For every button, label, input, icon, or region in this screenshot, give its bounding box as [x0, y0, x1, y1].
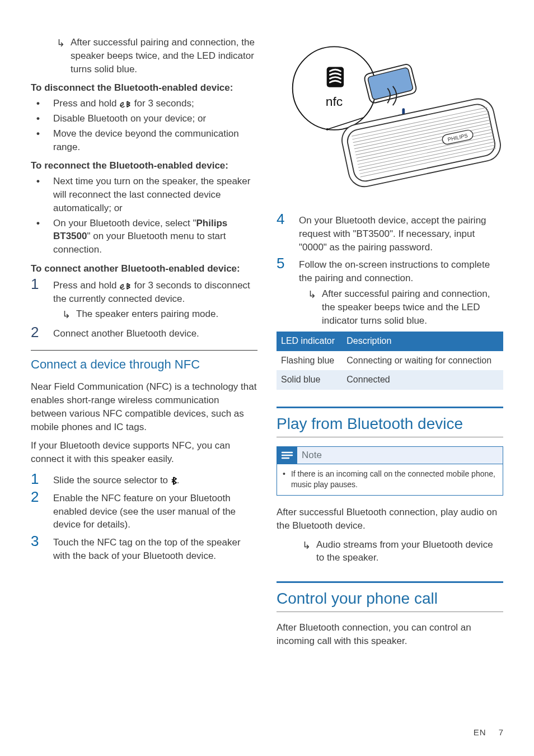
- result-arrow-icon: ↳: [57, 36, 65, 76]
- step-number: 3: [31, 534, 45, 563]
- divider: [31, 350, 257, 351]
- step-text: Enable the NFC feature on your Bluetooth…: [53, 493, 236, 530]
- step-item: 5 Follow the on-screen instructions to c…: [277, 256, 503, 327]
- table-cell: Flashing blue: [277, 351, 342, 370]
- step-text: Touch the NFC tag on the top of the spea…: [53, 537, 241, 561]
- led-indicator-table: LED indicator Description Flashing blue …: [277, 332, 503, 389]
- step-text: Connect another Bluetooth device.: [53, 328, 199, 339]
- right-column: nfc: [277, 34, 503, 654]
- step-number: 1: [31, 472, 45, 487]
- step-number: 2: [31, 489, 45, 531]
- table-cell: Solid blue: [277, 370, 342, 389]
- table-cell: Connecting or waiting for connection: [342, 351, 503, 370]
- page-language: EN: [474, 727, 486, 737]
- list-text: Disable Bluetooth on your device; or: [53, 112, 206, 125]
- step-item: 4 On your Bluetooth device, accept the p…: [277, 212, 503, 254]
- note-text: If there is an incoming call on the conn…: [291, 469, 497, 491]
- step-text: Slide the source selector to: [53, 475, 171, 486]
- list-reconnect: •Next time you turn on the speaker, the …: [31, 175, 257, 256]
- page-footer: EN 7: [474, 727, 503, 737]
- list-item: •Next time you turn on the speaker, the …: [31, 175, 257, 214]
- table-header: LED indicator: [277, 332, 342, 351]
- list-text: Move the device beyond the communication…: [53, 127, 257, 154]
- result-text: After successful pairing and connection,…: [71, 36, 257, 76]
- section-rule: [277, 407, 503, 408]
- list-text: On your Bluetooth device, select ": [53, 218, 196, 228]
- left-column: ↳ After successful pairing and connectio…: [31, 34, 257, 654]
- step-number: 2: [31, 325, 45, 340]
- body-text: If your Bluetooth device supports NFC, y…: [31, 439, 257, 466]
- phone-bt-icon: [119, 282, 132, 290]
- list-item: • On your Bluetooth device, select "Phil…: [31, 217, 257, 256]
- list-item: •Disable Bluetooth on your device; or: [31, 112, 257, 125]
- step-result: After successful pairing and connection,…: [322, 287, 503, 327]
- body-text: After Bluetooth connection, you can cont…: [277, 621, 503, 648]
- table-header: Description: [342, 332, 503, 351]
- step-text: .: [177, 475, 180, 486]
- step-number: 1: [31, 277, 45, 323]
- result-line: ↳ After successful pairing and connectio…: [31, 36, 257, 76]
- list-text: Press and hold: [53, 98, 119, 109]
- table-row: Solid blue Connected: [277, 370, 503, 389]
- heading-connect-another: To connect another Bluetooth-enabled dev…: [31, 262, 257, 276]
- result-arrow-icon: ↳: [308, 287, 316, 327]
- step-item: 2 Enable the NFC feature on your Bluetoo…: [31, 489, 257, 531]
- step-item: 1 Slide the source selector to .: [31, 472, 257, 487]
- phone-bt-icon: [119, 100, 132, 108]
- heading-play: Play from Bluetooth device: [277, 413, 503, 437]
- list-text: Next time you turn on the speaker, the s…: [53, 175, 257, 214]
- step-number: 4: [277, 212, 291, 254]
- body-text: Near Field Communication (NFC) is a tech…: [31, 380, 257, 433]
- svg-point-3: [326, 128, 328, 130]
- list-item: • Press and hold for 3 seconds;: [31, 97, 257, 110]
- step-result: The speaker enters pairing mode.: [76, 307, 218, 322]
- result-arrow-icon: ↳: [302, 538, 311, 565]
- step-number: 5: [277, 256, 291, 327]
- bluetooth-icon: [171, 477, 177, 485]
- heading-call: Control your phone call: [277, 587, 503, 612]
- heading-reconnect: To reconnect the Bluetooth-enabled devic…: [31, 159, 257, 172]
- step-text: Follow the on-screen instructions to com…: [299, 259, 490, 283]
- list-item: •Move the device beyond the communicatio…: [31, 127, 257, 154]
- heading-disconnect: To disconnect the Bluetooth-enabled devi…: [31, 81, 257, 95]
- table-row: Flashing blue Connecting or waiting for …: [277, 351, 503, 370]
- note-title: Note: [302, 449, 322, 462]
- nfc-label: nfc: [325, 94, 342, 109]
- table-cell: Connected: [342, 370, 503, 389]
- result-arrow-icon: ↳: [62, 307, 71, 322]
- body-text: After successful Bluetooth connection, p…: [277, 506, 503, 533]
- result-text: Audio streams from your Bluetooth device…: [316, 538, 503, 565]
- page-number: 7: [499, 727, 503, 737]
- step-text: Press and hold: [53, 280, 119, 291]
- note-icon: [277, 447, 297, 464]
- list-disconnect: • Press and hold for 3 seconds; •Disable…: [31, 97, 257, 153]
- nfc-illustration: nfc: [277, 34, 503, 202]
- section-rule: [277, 581, 503, 583]
- note-box: Note •If there is an incoming call on th…: [277, 446, 503, 496]
- step-item: 1 Press and hold for 3 seconds to discon…: [31, 277, 257, 323]
- result-line: ↳ Audio streams from your Bluetooth devi…: [277, 538, 503, 565]
- list-text: for 3 seconds;: [132, 98, 194, 109]
- step-text: On your Bluetooth device, accept the pai…: [299, 215, 486, 253]
- heading-nfc: Connect a device through NFC: [31, 356, 257, 374]
- step-item: 2 Connect another Bluetooth device.: [31, 325, 257, 340]
- step-item: 3 Touch the NFC tag on the top of the sp…: [31, 534, 257, 563]
